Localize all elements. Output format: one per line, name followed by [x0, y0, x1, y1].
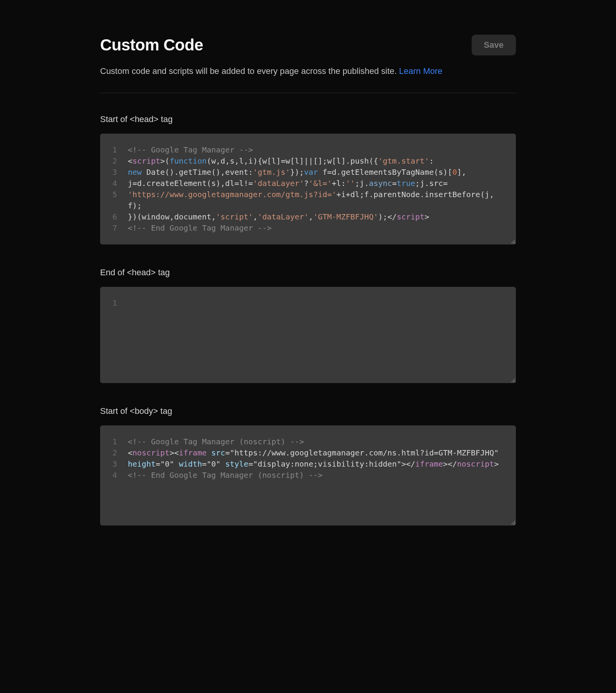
line-content: height="0" width="0" style="display:none…	[128, 459, 506, 470]
line-number: 6	[100, 211, 128, 223]
save-button[interactable]: Save	[472, 35, 516, 55]
code-editor-head-start[interactable]: 1<!-- Google Tag Manager -->2<script>(fu…	[100, 134, 516, 244]
code-line: 1<!-- Google Tag Manager (noscript) -->	[100, 436, 506, 447]
line-number: 4	[100, 470, 128, 481]
code-line: 1<!-- Google Tag Manager -->	[100, 144, 506, 156]
code-line: 3height="0" width="0" style="display:non…	[100, 459, 506, 470]
section-label-body-start: Start of <body> tag	[100, 406, 516, 416]
line-content: new Date().getTime(),event:'gtm.js'});va…	[128, 167, 506, 178]
code-line: 6})(window,document,'script','dataLayer'…	[100, 211, 506, 223]
line-content: j=d.createElement(s),dl=l!='dataLayer'?'…	[128, 178, 506, 189]
line-content: <!-- End Google Tag Manager -->	[128, 223, 506, 234]
section-label-head-start: Start of <head> tag	[100, 114, 516, 124]
line-number: 2	[100, 156, 128, 167]
line-number: 1	[100, 144, 128, 156]
line-content: <!-- End Google Tag Manager (noscript) -…	[128, 470, 506, 481]
code-line: 2<noscript><iframe src="https://www.goog…	[100, 447, 506, 459]
code-line: 2<script>(function(w,d,s,l,i){w[l]=w[l]|…	[100, 156, 506, 167]
code-line: 7<!-- End Google Tag Manager -->	[100, 223, 506, 234]
line-content: <script>(function(w,d,s,l,i){w[l]=w[l]||…	[128, 156, 506, 167]
line-number: 5	[100, 189, 128, 200]
line-number: 3	[100, 167, 128, 178]
line-number: 1	[100, 298, 128, 309]
line-content: })(window,document,'script','dataLayer',…	[128, 211, 506, 223]
section-divider	[100, 93, 516, 93]
code-editor-head-end[interactable]: 1	[100, 287, 516, 383]
code-line: 3new Date().getTime(),event:'gtm.js'});v…	[100, 167, 506, 178]
page-title: Custom Code	[100, 36, 203, 54]
line-content: <!-- Google Tag Manager (noscript) -->	[128, 436, 506, 447]
line-number: 7	[100, 223, 128, 234]
code-editor-body-start[interactable]: 1<!-- Google Tag Manager (noscript) -->2…	[100, 425, 516, 526]
line-number: 4	[100, 178, 128, 189]
line-number: 2	[100, 447, 128, 459]
line-number: 1	[100, 436, 128, 447]
section-label-head-end: End of <head> tag	[100, 268, 516, 278]
code-line: 4<!-- End Google Tag Manager (noscript) …	[100, 470, 506, 481]
code-line: 1	[100, 298, 506, 309]
line-content: 'https://www.googletagmanager.com/gtm.js…	[128, 189, 506, 211]
page-description: Custom code and scripts will be added to…	[100, 65, 516, 77]
line-content: <!-- Google Tag Manager -->	[128, 144, 506, 156]
line-content: <noscript><iframe src="https://www.googl…	[128, 447, 506, 459]
code-line: 4j=d.createElement(s),dl=l!='dataLayer'?…	[100, 178, 506, 189]
learn-more-link[interactable]: Learn More	[399, 66, 443, 76]
code-line: 5'https://www.googletagmanager.com/gtm.j…	[100, 189, 506, 211]
line-number: 3	[100, 459, 128, 470]
description-text: Custom code and scripts will be added to…	[100, 66, 399, 76]
